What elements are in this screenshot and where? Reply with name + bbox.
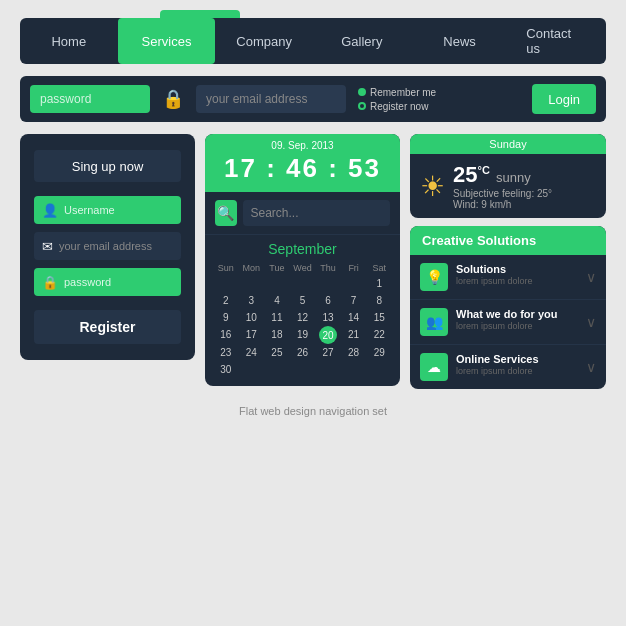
nav-services[interactable]: Services [118,18,216,64]
nav-company[interactable]: Company [215,18,313,64]
signup-lock-icon: 🔒 [42,275,58,290]
creative-item-whatwedo-text: What we do for you lorem ipsum dolore [456,308,578,331]
user-icon: 👤 [42,203,58,218]
weather-condition: sunny [496,170,531,185]
email-input[interactable] [196,85,346,113]
clock-time: 17 : 46 : 53 [215,153,390,184]
calendar-header: Sun Mon Tue Wed Thu Fri Sat [213,261,392,275]
search-input[interactable] [243,200,391,226]
creative-item-online-text: Online Services lorem ipsum dolore [456,353,578,376]
loginbar: 🔒 Remember me Register now Login [20,76,606,122]
weather-feeling: Subjective feeling: 25° [453,188,596,199]
cal-row-4: 16 17 18 19 20 21 22 [213,326,392,344]
register-radio [358,102,366,110]
cal-row-6: 30 [213,361,392,378]
creative-item-online[interactable]: ☁ Online Services lorem ipsum dolore ∨ [410,345,606,389]
signup-email-field: ✉ [34,232,181,260]
creative-item-solutions[interactable]: 💡 Solutions lorem ipsum dolore ∨ [410,255,606,300]
username-field: 👤 [34,196,181,224]
lock-icon: 🔒 [158,88,188,110]
signup-email-input[interactable] [59,240,173,252]
cal-row-1: 1 [213,275,392,292]
weather-card: Sunday ☀ 25°C sunny Subjective feeling: … [410,134,606,218]
arrow-icon-solutions: ∨ [586,269,596,285]
register-button[interactable]: Register [34,310,181,344]
nav-contact[interactable]: Contact us [508,18,606,64]
arrow-icon-whatwedo: ∨ [586,314,596,330]
calendar-card: 09. Sep. 2013 17 : 46 : 53 🔍 September S… [205,134,400,386]
navbar: Home Services Company Gallery News Conta… [20,18,606,64]
weather-wind: Wind: 9 km/h [453,199,596,210]
main-container: Home Services Company Gallery News Conta… [0,0,626,427]
signup-password-field: 🔒 [34,268,181,296]
signup-button[interactable]: Sing up now [34,150,181,182]
radio-group: Remember me Register now [358,87,436,112]
signup-password-input[interactable] [64,276,173,288]
footer-label: Flat web design navigation set [20,405,606,417]
cal-row-3: 9 10 11 12 13 14 15 [213,309,392,326]
creative-item-whatwedo[interactable]: 👥 What we do for you lorem ipsum dolore … [410,300,606,345]
signup-card: Sing up now 👤 ✉ 🔒 Register [20,134,195,360]
weather-temperature: 25°C sunny [453,162,596,188]
weather-day: Sunday [410,134,606,154]
remember-radio [358,88,366,96]
creative-item-solutions-text: Solutions lorem ipsum dolore [456,263,578,286]
sun-icon: ☀ [420,170,445,203]
username-input[interactable] [64,204,173,216]
envelope-icon: ✉ [42,239,53,254]
nav-home[interactable]: Home [20,18,118,64]
calendar-month: September [205,235,400,261]
login-button[interactable]: Login [532,84,596,114]
clock-section: 09. Sep. 2013 17 : 46 : 53 [205,134,400,192]
bottom-row: Sing up now 👤 ✉ 🔒 Register 09. Sep. 2013… [20,134,606,389]
weather-body: ☀ 25°C sunny Subjective feeling: 25° Win… [410,154,606,218]
creative-title: Creative Solutions [410,226,606,255]
nav-news[interactable]: News [411,18,509,64]
calendar-grid: Sun Mon Tue Wed Thu Fri Sat 1 [205,261,400,386]
remember-label[interactable]: Remember me [358,87,436,98]
search-section: 🔍 [205,192,400,235]
cloud-icon: ☁ [420,353,448,381]
creative-solutions-card: Creative Solutions 💡 Solutions lorem ips… [410,226,606,389]
password-input[interactable] [30,85,150,113]
group-icon: 👥 [420,308,448,336]
arrow-icon-online: ∨ [586,359,596,375]
register-radio-label[interactable]: Register now [358,101,436,112]
bulb-icon: 💡 [420,263,448,291]
search-icon: 🔍 [215,200,237,226]
clock-date: 09. Sep. 2013 [215,140,390,151]
cal-row-5: 23 24 25 26 27 28 29 [213,344,392,361]
cal-row-2: 2 3 4 5 6 7 8 [213,292,392,309]
right-column: Sunday ☀ 25°C sunny Subjective feeling: … [410,134,606,389]
weather-info: 25°C sunny Subjective feeling: 25° Wind:… [453,162,596,210]
nav-gallery[interactable]: Gallery [313,18,411,64]
